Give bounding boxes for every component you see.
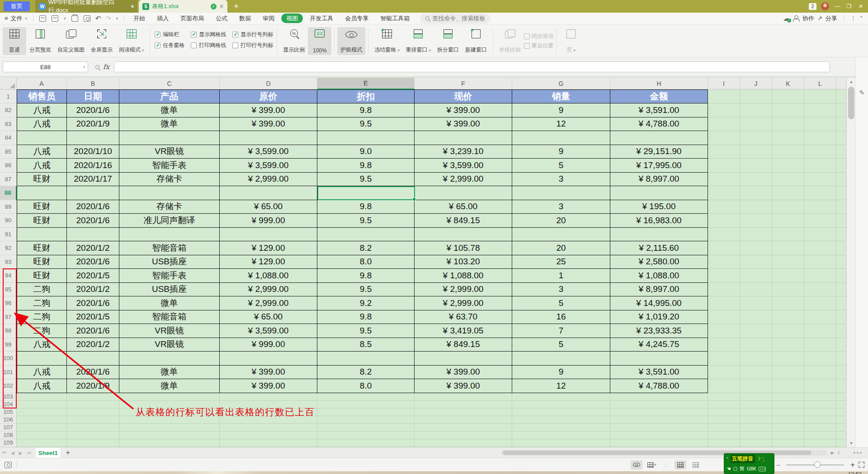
cell-L1[interactable] [804,89,836,103]
menu-tab-审阅[interactable]: 审阅 [258,14,279,23]
cell-C95[interactable]: USB插座 [119,283,220,297]
cell-G82[interactable]: 9 [512,103,610,117]
cell-K107[interactable] [772,424,804,432]
cell-F99[interactable]: ¥ 849.15 [415,338,512,352]
cell-I82[interactable] [708,103,740,117]
cell-J109[interactable] [740,439,772,447]
ime-search-icon[interactable] [733,467,737,471]
cell-E92[interactable]: 8.2 [317,241,415,255]
cell-B96[interactable]: 2020/1/6 [67,296,119,310]
cell-G97[interactable]: 16 [512,310,610,324]
cell-M1[interactable] [836,89,846,103]
cell-L84[interactable] [804,131,836,145]
cell-C107[interactable] [119,424,220,432]
cell-L109[interactable] [804,439,836,447]
cell-H88[interactable] [610,186,708,200]
cell-B108[interactable] [67,432,119,439]
cell-L91[interactable] [804,228,836,242]
cell-J108[interactable] [740,432,772,439]
cell-A1[interactable]: 销售员 [17,89,67,103]
cell-H98[interactable]: ¥ 23,933.35 [610,324,708,338]
cell-F88[interactable] [415,186,512,200]
cell-B104[interactable] [67,401,119,408]
status-normal-view-button[interactable] [675,460,686,469]
cell-M108[interactable] [836,432,846,439]
formula-input[interactable] [114,61,830,72]
cell-M85[interactable] [836,145,846,159]
cell-F108[interactable] [415,432,512,439]
cell-H108[interactable] [610,432,708,439]
cell-M88[interactable] [836,186,846,200]
column-header-J[interactable]: J [740,78,772,89]
save-as-caret-icon[interactable]: ▾ [64,16,66,21]
cell-D100[interactable] [220,352,317,366]
cell-K103[interactable] [772,393,804,401]
cell-G91[interactable] [512,228,610,242]
cell-G99[interactable]: 5 [512,338,610,352]
collaborate-button[interactable]: 协作 [802,14,814,23]
cell-D84[interactable] [220,131,317,145]
cell-B98[interactable]: 2020/1/6 [67,324,119,338]
column-header-G[interactable]: G [512,78,610,89]
cell-J100[interactable] [740,352,772,366]
cell-I88[interactable] [708,186,740,200]
cell-C83[interactable]: 微单 [119,117,220,131]
cell-M87[interactable] [836,173,846,187]
cell-L96[interactable] [804,296,836,310]
new-tab-button[interactable]: + [234,1,239,11]
cell-M99[interactable] [836,338,846,352]
cell-E96[interactable]: 9.2 [317,296,415,310]
maximize-button[interactable]: ❐ [845,3,853,9]
cell-F97[interactable]: ¥ 63.70 [415,310,512,324]
more-menu-icon[interactable]: ⋮ [850,15,856,22]
cell-B93[interactable]: 2020/1/6 [67,255,119,269]
checked-box-icon[interactable] [191,32,197,38]
cell-D98[interactable]: ¥ 3,599.00 [220,324,317,338]
cell-L85[interactable] [804,145,836,159]
cloud-sync-icon[interactable]: ☁✓ [783,14,790,23]
cell-A100[interactable] [17,352,67,366]
cell-A105[interactable] [17,408,67,416]
cell-F91[interactable] [415,228,512,242]
cell-D95[interactable]: ¥ 2,999.00 [220,283,317,297]
cell-A85[interactable]: 八戒 [17,145,67,159]
fx-icon[interactable]: fx [103,63,109,71]
cell-A107[interactable] [17,424,67,432]
cell-C102[interactable]: 微单 [119,379,220,393]
status-eye-protection-button[interactable] [631,460,642,469]
cell-F100[interactable] [415,352,512,366]
cell-G104[interactable] [512,401,610,408]
cell-H95[interactable]: ¥ 8,997.00 [610,283,708,297]
file-caret-icon[interactable]: ▾ [25,16,28,21]
column-header-C[interactable]: C [119,78,220,89]
row-header-86[interactable]: 86 [0,159,17,173]
cell-F95[interactable]: ¥ 2,999.00 [415,283,512,297]
cell-G106[interactable] [512,416,610,424]
horizontal-scrollbar[interactable] [501,450,827,455]
cell-B99[interactable]: 2020/1/2 [67,338,119,352]
cell-M104[interactable] [836,401,846,408]
cell-B84[interactable] [67,131,119,145]
cell-C100[interactable] [119,352,220,366]
ime-keyboard-icon[interactable] [759,467,766,471]
cell-K108[interactable] [772,432,804,439]
cell-B88[interactable] [67,186,119,200]
cell-J107[interactable] [740,424,772,432]
cell-M96[interactable] [836,296,846,310]
cell-C86[interactable]: 智能手表 [119,159,220,173]
cell-L100[interactable] [804,352,836,366]
cell-D1[interactable]: 原价 [220,89,317,103]
cell-L92[interactable] [804,241,836,255]
cell-K84[interactable] [772,131,804,145]
cell-F89[interactable]: ¥ 65.00 [415,200,512,214]
cell-A96[interactable]: 二狗 [17,296,67,310]
row-header-92[interactable]: 92 [0,241,17,255]
cell-H102[interactable]: ¥ 4,788.00 [610,379,708,393]
cell-M103[interactable] [836,393,846,401]
cell-D102[interactable]: ¥ 399.00 [220,379,317,393]
cell-G107[interactable] [512,424,610,432]
cell-J1[interactable] [740,89,772,103]
cell-H87[interactable]: ¥ 8,997.00 [610,173,708,187]
cell-I103[interactable] [708,393,740,401]
hscroll-split-icon[interactable]: ‖ [838,451,840,455]
